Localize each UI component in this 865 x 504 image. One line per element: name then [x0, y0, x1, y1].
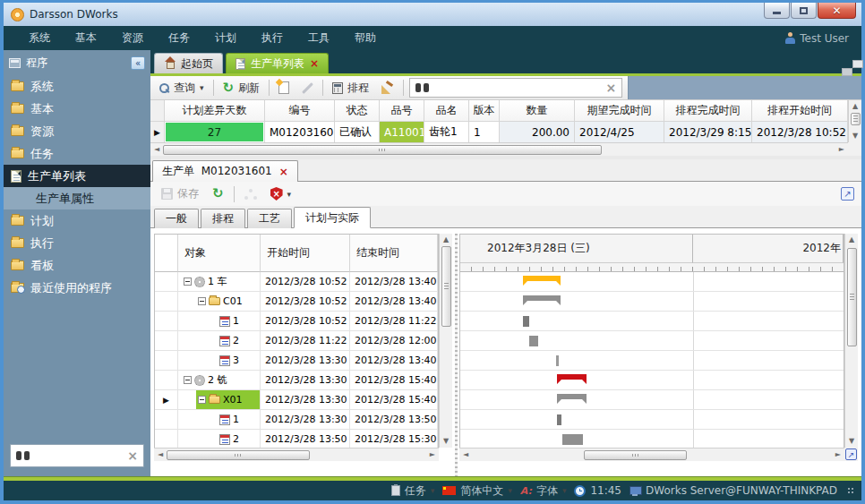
tab-production-order-list[interactable]: 生产单列表 × [226, 53, 329, 73]
grid-vscrollbar[interactable]: ▲ ▼ [848, 100, 861, 142]
sidebar-item[interactable]: 执行 [4, 232, 150, 254]
detail-refresh-button[interactable]: ↻ [209, 185, 227, 202]
tree-column-header[interactable]: 结束时间 [350, 235, 438, 272]
tree-row-selector[interactable] [155, 430, 178, 449]
tree-expander-icon[interactable] [184, 376, 192, 384]
tree-cell-object[interactable]: 2 [178, 430, 261, 449]
grid-cell[interactable]: A11001 [380, 122, 424, 143]
tree-row-selector[interactable] [155, 312, 178, 331]
resize-grip[interactable] [847, 487, 854, 494]
gantt-expand-button[interactable]: ↗ [844, 448, 858, 461]
tree-cell-end[interactable]: 2012/3/28 12:00 [350, 331, 438, 351]
sidebar-search-clear-icon[interactable]: × [127, 449, 138, 462]
scroll-up-icon[interactable]: ▲ [849, 100, 861, 113]
tree-row[interactable]: 22012/3/28 13:502012/3/28 15:30 [155, 430, 438, 449]
link-button[interactable] [241, 187, 261, 201]
sidebar-item[interactable]: 基本 [4, 98, 150, 120]
detail-tab[interactable]: 生产单 M012031601 × [152, 160, 298, 182]
tree-cell-object[interactable]: 3 [178, 351, 261, 371]
sidebar-item[interactable]: 资源 [4, 120, 150, 142]
gantt-bar-task[interactable] [523, 316, 529, 327]
subtab-item[interactable]: 排程 [201, 209, 245, 228]
scrollbar-thumb[interactable] [584, 450, 687, 460]
menu-item[interactable]: 执行 [249, 26, 295, 50]
tree-cell-start[interactable]: 2012/3/28 10:52 [261, 272, 350, 292]
subtab-item[interactable]: 工艺 [247, 209, 292, 228]
tab-close-icon[interactable]: × [310, 58, 319, 69]
tree-expander-icon[interactable] [184, 278, 192, 286]
tree-cell-object[interactable]: X01 [178, 390, 261, 410]
edit-button[interactable] [298, 81, 317, 96]
grid-column-header[interactable]: 数量 [500, 100, 575, 122]
grid-column-header[interactable]: 品名 [424, 100, 469, 122]
tree-row[interactable]: 32012/3/28 13:302012/3/28 13:40 [155, 351, 438, 371]
scrollbar-thumb[interactable] [441, 246, 451, 327]
scrollbar-thumb[interactable] [851, 113, 861, 125]
sidebar-collapse-button[interactable]: « [131, 56, 145, 70]
clean-button[interactable] [378, 81, 398, 96]
grid-cell[interactable]: 2012/4/25 [575, 122, 664, 143]
tree-row[interactable]: 1 车2012/3/28 10:522012/3/28 13:40 [155, 272, 438, 292]
sidebar-item[interactable]: 任务 [4, 142, 150, 165]
scroll-down-icon[interactable]: ▼ [849, 130, 861, 142]
tree-cell-object[interactable]: 2 铣 [178, 371, 261, 390]
tree-cell-end[interactable]: 2012/3/28 15:40 [350, 371, 438, 390]
scrollbar-thumb[interactable] [167, 450, 310, 460]
close-button[interactable]: ✕ [818, 3, 856, 19]
scroll-up-icon[interactable]: ▲ [440, 234, 452, 246]
query-button[interactable]: 查询 ▾ [156, 79, 208, 98]
gantt-bar-summary[interactable] [557, 394, 587, 404]
tree-hscrollbar[interactable]: ◄ ► [154, 448, 439, 461]
grid-column-header[interactable]: 期望完成时间 [575, 100, 664, 122]
sidebar-item[interactable]: 生产单属性 [4, 187, 150, 209]
scroll-left-icon[interactable]: ◄ [459, 448, 472, 461]
tree-cell-start[interactable]: 2012/3/28 10:52 [261, 312, 350, 331]
grid-cell[interactable]: 200.00 [500, 122, 575, 143]
status-font-dropdown[interactable]: A: 字体 ▾ [520, 483, 567, 499]
toolbar-search-input[interactable] [434, 81, 600, 94]
tree-cell-object[interactable]: 1 [178, 410, 261, 430]
gantt-bar-summary[interactable] [523, 276, 561, 286]
tree-expander-icon[interactable] [198, 297, 206, 305]
grid-cell[interactable]: 已确认 [335, 122, 380, 143]
gantt-hscrollbar[interactable]: ◄ ► [459, 448, 844, 461]
grid-column-header[interactable]: 版本 [469, 100, 500, 122]
subtab-item[interactable]: 一般 [154, 209, 199, 228]
menu-item[interactable]: 工具 [295, 26, 342, 50]
menu-item[interactable]: 帮助 [342, 26, 389, 50]
tree-cell-start[interactable]: 2012/3/28 11:22 [261, 331, 350, 351]
tree-cell-start[interactable]: 2012/3/28 13:50 [261, 430, 350, 449]
tree-cell-start[interactable]: 2012/3/28 13:30 [261, 410, 350, 430]
menu-item[interactable]: 资源 [109, 26, 156, 50]
scrollbar-thumb[interactable] [163, 145, 602, 155]
tree-row-selector[interactable] [155, 272, 178, 292]
tree-column-header[interactable]: 对象 [178, 235, 261, 272]
status-language-dropdown[interactable]: 简体中文 ▾ [442, 483, 512, 499]
gantt-bar-task[interactable] [557, 414, 561, 425]
gantt-bar-task[interactable] [556, 355, 559, 366]
maximize-button[interactable] [791, 3, 817, 19]
scroll-right-icon[interactable]: ► [426, 448, 439, 461]
gantt-bar-task[interactable] [562, 434, 583, 445]
tree-row-selector[interactable] [155, 331, 178, 351]
tree-cell-start[interactable]: 2012/3/28 10:52 [261, 292, 350, 312]
tree-row[interactable]: ▶X012012/3/28 13:302012/3/28 15:40 [155, 390, 438, 410]
grid-row-selector[interactable]: ▶ [150, 122, 165, 143]
scroll-right-icon[interactable]: ► [832, 448, 844, 461]
tree-cell-object[interactable]: 1 [178, 312, 261, 331]
grid-cell[interactable]: 齿轮1 [424, 122, 469, 143]
tree-row[interactable]: 12012/3/28 10:522012/3/28 11:22 [155, 312, 438, 331]
scroll-down-icon[interactable]: ▼ [440, 435, 452, 448]
grid-cell[interactable]: M012031601 [265, 122, 335, 143]
split-handle[interactable] [452, 234, 459, 476]
tree-cell-end[interactable]: 2012/3/28 13:40 [350, 292, 438, 312]
grid-column-header[interactable]: 品号 [380, 100, 424, 122]
gantt-vscrollbar[interactable]: ▲ ▼ [844, 234, 858, 448]
scroll-left-icon[interactable]: ◄ [154, 448, 167, 461]
sidebar-item[interactable]: 生产单列表 [4, 165, 150, 187]
sidebar-item[interactable]: 看板 [4, 254, 150, 277]
tree-cell-end[interactable]: 2012/3/28 15:40 [350, 390, 438, 410]
scroll-left-icon[interactable]: ◄ [150, 143, 163, 156]
menu-item[interactable]: 基本 [63, 26, 109, 50]
grid-hscrollbar[interactable]: ◄ ► [150, 142, 848, 156]
